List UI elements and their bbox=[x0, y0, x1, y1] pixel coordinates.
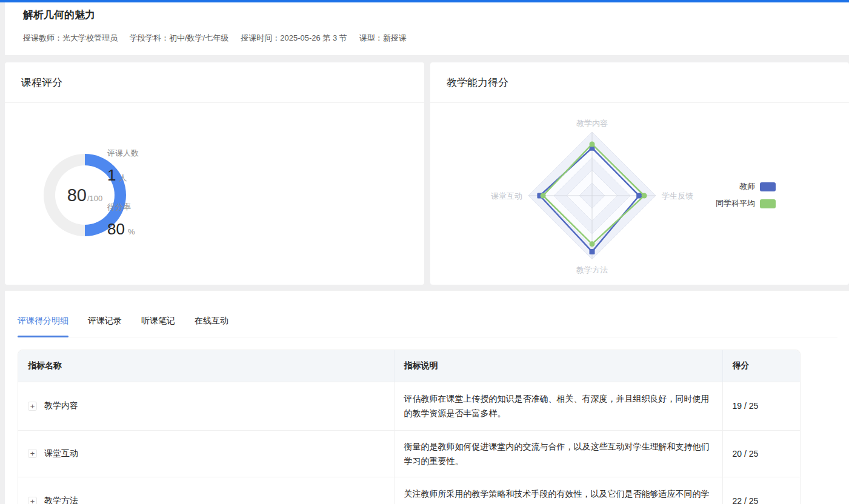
course-meta-row: 授课教师：光大学校管理员 学段学科：初中/数学/七年级 授课时间：2025-05… bbox=[23, 33, 849, 44]
course-score-card-title: 课程评分 bbox=[5, 62, 424, 103]
legend-subject-average-label: 同学科平均 bbox=[716, 198, 755, 209]
course-score-card-body: 80 /100 评课人数 1人 得分率 80% bbox=[5, 103, 424, 284]
reviewer-count-label: 评课人数 bbox=[107, 148, 139, 159]
table-header-row: 指标名称 指标说明 得分 bbox=[18, 350, 801, 382]
indicator-name: 教学内容 bbox=[44, 400, 78, 411]
score-rate-value: 80% bbox=[107, 220, 139, 241]
svg-text:教学内容: 教学内容 bbox=[576, 119, 608, 128]
score-detail-table: 指标名称 指标说明 得分 + 教学内容 评估教师在课堂上传授的知识是否准确、相关… bbox=[18, 350, 801, 504]
radar-legend: 教师 同学科平均 bbox=[716, 181, 776, 209]
score-stats: 评课人数 1人 得分率 80% bbox=[107, 148, 139, 241]
indicator-score: 19 / 25 bbox=[722, 382, 801, 430]
table-row: + 教学内容 评估教师在课堂上传授的知识是否准确、相关、有深度，并且组织良好，同… bbox=[18, 382, 801, 430]
teaching-ability-card-body: 教学内容学生反馈教学方法课堂互动 教师 同学科平均 bbox=[430, 103, 849, 284]
indicator-description: 评估教师在课堂上传授的知识是否准确、相关、有深度，并且组织良好，同时使用的教学资… bbox=[394, 382, 722, 430]
col-header-indicator-description: 指标说明 bbox=[394, 350, 722, 382]
indicator-name: 课堂互动 bbox=[44, 448, 78, 459]
legend-item-subject-average[interactable]: 同学科平均 bbox=[716, 198, 776, 209]
indicator-name: 教学方法 bbox=[44, 496, 78, 504]
score-rate-unit: % bbox=[128, 227, 135, 236]
course-header: 解析几何的魅力 授课教师：光大学校管理员 学段学科：初中/数学/七年级 授课时间… bbox=[5, 2, 849, 55]
meta-course-type: 课型：新授课 bbox=[359, 33, 407, 44]
teaching-ability-card: 教学能力得分 教学内容学生反馈教学方法课堂互动 教师 同学科平均 bbox=[430, 62, 849, 285]
reviewer-count-value: 1人 bbox=[107, 166, 139, 187]
score-value: 80 bbox=[67, 185, 87, 205]
indicator-score: 22 / 25 bbox=[722, 477, 801, 504]
page-title: 解析几何的魅力 bbox=[23, 9, 849, 21]
course-score-card: 课程评分 80 /100 评课人数 1人 得分率 80% bbox=[5, 62, 424, 285]
score-donut-label: 80 /100 bbox=[67, 185, 103, 205]
score-rate-label: 得分率 bbox=[107, 202, 139, 213]
tab-online-interaction[interactable]: 在线互动 bbox=[195, 316, 228, 337]
svg-text:学生反馈: 学生反馈 bbox=[662, 191, 693, 201]
meta-time: 授课时间：2025-05-26 第 3 节 bbox=[241, 33, 347, 44]
legend-item-teacher[interactable]: 教师 bbox=[716, 181, 776, 192]
expand-row-button[interactable]: + bbox=[28, 497, 37, 504]
indicator-description: 衡量的是教师如何促进课堂内的交流与合作，以及这些互动对学生理解和支持他们学习的重… bbox=[394, 430, 722, 477]
indicator-description: 关注教师所采用的教学策略和技术手段的有效性，以及它们是否能够适应不同的学习风格和… bbox=[394, 477, 722, 504]
tab-score-detail[interactable]: 评课得分明细 bbox=[18, 316, 68, 337]
teaching-ability-card-title: 教学能力得分 bbox=[430, 62, 849, 103]
expand-row-button[interactable]: + bbox=[28, 449, 37, 458]
expand-row-button[interactable]: + bbox=[28, 402, 37, 411]
reviewer-count-unit: 人 bbox=[119, 173, 127, 182]
tab-listening-notes[interactable]: 听课笔记 bbox=[141, 316, 175, 337]
score-donut-hole: 80 /100 bbox=[55, 165, 115, 225]
score-max: /100 bbox=[87, 194, 102, 203]
indicator-score: 20 / 25 bbox=[722, 430, 801, 477]
svg-text:课堂互动: 课堂互动 bbox=[491, 191, 522, 201]
radar-chart-svg: 教学内容学生反馈教学方法课堂互动 bbox=[483, 108, 701, 284]
detail-tabs: 评课得分明细 评课记录 听课笔记 在线互动 bbox=[18, 316, 837, 337]
detail-panel: 评课得分明细 评课记录 听课笔记 在线互动 指标名称 指标说明 得分 + 教学 bbox=[5, 291, 849, 504]
radar-chart: 教学内容学生反馈教学方法课堂互动 bbox=[483, 108, 701, 284]
table-row: + 课堂互动 衡量的是教师如何促进课堂内的交流与合作，以及这些互动对学生理解和支… bbox=[18, 430, 801, 477]
tab-review-records[interactable]: 评课记录 bbox=[88, 316, 122, 337]
meta-teacher: 授课教师：光大学校管理员 bbox=[23, 33, 118, 44]
col-header-score: 得分 bbox=[722, 350, 801, 382]
table-row: + 教学方法 关注教师所采用的教学策略和技术手段的有效性，以及它们是否能够适应不… bbox=[18, 477, 801, 504]
col-header-indicator-name: 指标名称 bbox=[18, 350, 394, 382]
legend-subject-average-swatch bbox=[760, 199, 776, 208]
meta-grade-subject: 学段学科：初中/数学/七年级 bbox=[130, 33, 228, 44]
svg-text:教学方法: 教学方法 bbox=[576, 265, 608, 274]
legend-teacher-swatch bbox=[760, 182, 776, 191]
legend-teacher-label: 教师 bbox=[739, 181, 755, 192]
